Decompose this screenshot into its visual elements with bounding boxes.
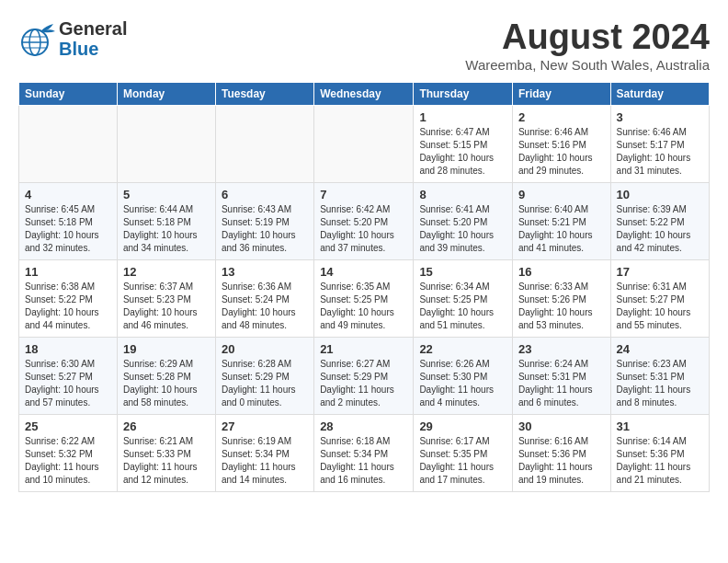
day-info: Sunrise: 6:21 AM Sunset: 5:33 PM Dayligh… xyxy=(123,435,210,487)
day-info: Sunrise: 6:19 AM Sunset: 5:34 PM Dayligh… xyxy=(222,435,308,487)
day-info: Sunrise: 6:41 AM Sunset: 5:20 PM Dayligh… xyxy=(419,203,506,255)
month-year: August 2024 xyxy=(465,18,710,57)
day-number: 17 xyxy=(617,265,703,279)
calendar-week-row: 11Sunrise: 6:38 AM Sunset: 5:22 PM Dayli… xyxy=(19,259,710,337)
day-number: 31 xyxy=(617,419,703,433)
day-number: 6 xyxy=(222,188,308,201)
calendar-cell: 25Sunrise: 6:22 AM Sunset: 5:32 PM Dayli… xyxy=(19,414,118,491)
calendar-cell: 11Sunrise: 6:38 AM Sunset: 5:22 PM Dayli… xyxy=(19,259,118,337)
day-info: Sunrise: 6:33 AM Sunset: 5:26 PM Dayligh… xyxy=(518,281,605,332)
calendar-cell: 23Sunrise: 6:24 AM Sunset: 5:31 PM Dayli… xyxy=(512,337,610,414)
day-number: 27 xyxy=(222,419,308,433)
day-number: 10 xyxy=(617,188,703,201)
calendar-cell: 16Sunrise: 6:33 AM Sunset: 5:26 PM Dayli… xyxy=(512,259,610,337)
day-info: Sunrise: 6:28 AM Sunset: 5:29 PM Dayligh… xyxy=(222,358,308,409)
calendar-cell: 26Sunrise: 6:21 AM Sunset: 5:33 PM Dayli… xyxy=(117,414,215,491)
day-info: Sunrise: 6:18 AM Sunset: 5:34 PM Dayligh… xyxy=(320,435,407,487)
logo: General Blue xyxy=(18,18,127,59)
calendar-cell xyxy=(215,105,313,182)
calendar-cell: 31Sunrise: 6:14 AM Sunset: 5:36 PM Dayli… xyxy=(610,414,709,491)
day-number: 21 xyxy=(320,342,407,356)
calendar-cell: 27Sunrise: 6:19 AM Sunset: 5:34 PM Dayli… xyxy=(215,414,313,491)
day-number: 2 xyxy=(518,110,605,124)
calendar-cell: 8Sunrise: 6:41 AM Sunset: 5:20 PM Daylig… xyxy=(414,182,513,259)
calendar-cell xyxy=(314,105,414,182)
weekday-header-thursday: Thursday xyxy=(414,82,513,105)
calendar-cell: 5Sunrise: 6:44 AM Sunset: 5:18 PM Daylig… xyxy=(117,182,215,259)
day-info: Sunrise: 6:26 AM Sunset: 5:30 PM Dayligh… xyxy=(419,358,506,409)
day-info: Sunrise: 6:43 AM Sunset: 5:19 PM Dayligh… xyxy=(222,203,308,255)
calendar-week-row: 25Sunrise: 6:22 AM Sunset: 5:32 PM Dayli… xyxy=(19,414,710,491)
day-info: Sunrise: 6:37 AM Sunset: 5:23 PM Dayligh… xyxy=(123,281,210,332)
day-number: 26 xyxy=(123,419,210,433)
calendar-cell xyxy=(117,105,215,182)
day-info: Sunrise: 6:31 AM Sunset: 5:27 PM Dayligh… xyxy=(617,281,703,332)
calendar-table: SundayMondayTuesdayWednesdayThursdayFrid… xyxy=(18,82,710,492)
calendar-cell: 14Sunrise: 6:35 AM Sunset: 5:25 PM Dayli… xyxy=(314,259,414,337)
calendar-cell xyxy=(19,105,118,182)
title-section: August 2024 Wareemba, New South Wales, A… xyxy=(465,18,710,73)
calendar-week-row: 18Sunrise: 6:30 AM Sunset: 5:27 PM Dayli… xyxy=(19,337,710,414)
day-number: 29 xyxy=(419,419,506,433)
calendar-cell: 21Sunrise: 6:27 AM Sunset: 5:29 PM Dayli… xyxy=(314,337,414,414)
day-info: Sunrise: 6:23 AM Sunset: 5:31 PM Dayligh… xyxy=(617,358,703,409)
location: Wareemba, New South Wales, Australia xyxy=(465,57,710,73)
day-info: Sunrise: 6:24 AM Sunset: 5:31 PM Dayligh… xyxy=(518,358,605,409)
day-number: 4 xyxy=(25,188,111,201)
day-info: Sunrise: 6:46 AM Sunset: 5:17 PM Dayligh… xyxy=(617,126,703,178)
page-header: General Blue August 2024 Wareemba, New S… xyxy=(18,18,710,73)
calendar-cell: 13Sunrise: 6:36 AM Sunset: 5:24 PM Dayli… xyxy=(215,259,313,337)
day-info: Sunrise: 6:40 AM Sunset: 5:21 PM Dayligh… xyxy=(518,203,605,255)
calendar-cell: 19Sunrise: 6:29 AM Sunset: 5:28 PM Dayli… xyxy=(117,337,215,414)
calendar-cell: 1Sunrise: 6:47 AM Sunset: 5:15 PM Daylig… xyxy=(414,105,513,182)
day-number: 9 xyxy=(518,188,605,201)
day-info: Sunrise: 6:34 AM Sunset: 5:25 PM Dayligh… xyxy=(419,281,506,332)
day-info: Sunrise: 6:29 AM Sunset: 5:28 PM Dayligh… xyxy=(123,358,210,409)
calendar-cell: 29Sunrise: 6:17 AM Sunset: 5:35 PM Dayli… xyxy=(414,414,513,491)
calendar-cell: 15Sunrise: 6:34 AM Sunset: 5:25 PM Dayli… xyxy=(414,259,513,337)
day-number: 22 xyxy=(419,342,506,356)
calendar-cell: 2Sunrise: 6:46 AM Sunset: 5:16 PM Daylig… xyxy=(512,105,610,182)
day-info: Sunrise: 6:16 AM Sunset: 5:36 PM Dayligh… xyxy=(518,435,605,487)
weekday-header-tuesday: Tuesday xyxy=(215,82,313,105)
calendar-week-row: 1Sunrise: 6:47 AM Sunset: 5:15 PM Daylig… xyxy=(19,105,710,182)
calendar-cell: 18Sunrise: 6:30 AM Sunset: 5:27 PM Dayli… xyxy=(19,337,118,414)
day-number: 23 xyxy=(518,342,605,356)
day-number: 28 xyxy=(320,419,407,433)
day-info: Sunrise: 6:39 AM Sunset: 5:22 PM Dayligh… xyxy=(617,203,703,255)
day-number: 8 xyxy=(419,188,506,201)
calendar-cell: 28Sunrise: 6:18 AM Sunset: 5:34 PM Dayli… xyxy=(314,414,414,491)
day-info: Sunrise: 6:42 AM Sunset: 5:20 PM Dayligh… xyxy=(320,203,407,255)
day-number: 24 xyxy=(617,342,703,356)
day-info: Sunrise: 6:36 AM Sunset: 5:24 PM Dayligh… xyxy=(222,281,308,332)
day-info: Sunrise: 6:45 AM Sunset: 5:18 PM Dayligh… xyxy=(25,203,111,255)
day-number: 13 xyxy=(222,265,308,279)
day-info: Sunrise: 6:47 AM Sunset: 5:15 PM Dayligh… xyxy=(419,126,506,178)
day-info: Sunrise: 6:30 AM Sunset: 5:27 PM Dayligh… xyxy=(25,358,111,409)
weekday-header-friday: Friday xyxy=(512,82,610,105)
calendar-cell: 9Sunrise: 6:40 AM Sunset: 5:21 PM Daylig… xyxy=(512,182,610,259)
day-info: Sunrise: 6:35 AM Sunset: 5:25 PM Dayligh… xyxy=(320,281,407,332)
calendar-header-row: SundayMondayTuesdayWednesdayThursdayFrid… xyxy=(19,82,710,105)
day-info: Sunrise: 6:14 AM Sunset: 5:36 PM Dayligh… xyxy=(617,435,703,487)
day-info: Sunrise: 6:27 AM Sunset: 5:29 PM Dayligh… xyxy=(320,358,407,409)
weekday-header-saturday: Saturday xyxy=(610,82,709,105)
day-number: 18 xyxy=(25,342,111,356)
calendar-cell: 3Sunrise: 6:46 AM Sunset: 5:17 PM Daylig… xyxy=(610,105,709,182)
day-info: Sunrise: 6:46 AM Sunset: 5:16 PM Dayligh… xyxy=(518,126,605,178)
calendar-cell: 22Sunrise: 6:26 AM Sunset: 5:30 PM Dayli… xyxy=(414,337,513,414)
day-number: 7 xyxy=(320,188,407,201)
day-info: Sunrise: 6:22 AM Sunset: 5:32 PM Dayligh… xyxy=(25,435,111,487)
day-number: 15 xyxy=(419,265,506,279)
day-info: Sunrise: 6:17 AM Sunset: 5:35 PM Dayligh… xyxy=(419,435,506,487)
calendar-week-row: 4Sunrise: 6:45 AM Sunset: 5:18 PM Daylig… xyxy=(19,182,710,259)
calendar-cell: 24Sunrise: 6:23 AM Sunset: 5:31 PM Dayli… xyxy=(610,337,709,414)
logo-icon xyxy=(18,18,59,59)
weekday-header-monday: Monday xyxy=(117,82,215,105)
weekday-header-wednesday: Wednesday xyxy=(314,82,414,105)
weekday-header-sunday: Sunday xyxy=(19,82,118,105)
day-info: Sunrise: 6:38 AM Sunset: 5:22 PM Dayligh… xyxy=(25,281,111,332)
calendar-cell: 12Sunrise: 6:37 AM Sunset: 5:23 PM Dayli… xyxy=(117,259,215,337)
day-number: 3 xyxy=(617,110,703,124)
calendar-cell: 7Sunrise: 6:42 AM Sunset: 5:20 PM Daylig… xyxy=(314,182,414,259)
